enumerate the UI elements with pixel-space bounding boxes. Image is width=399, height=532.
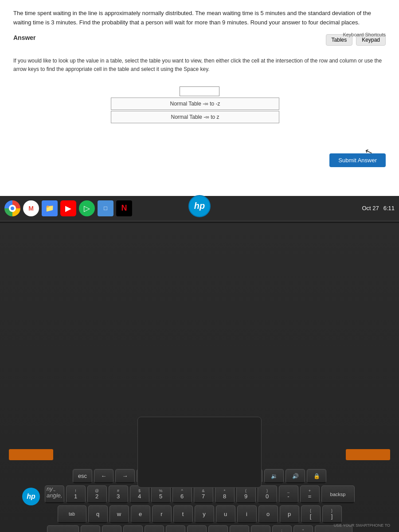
key-d[interactable]: d bbox=[123, 525, 143, 532]
key-4[interactable]: $4 bbox=[130, 485, 149, 503]
keyboard-shortcuts-text: Keyboard Shortcuts bbox=[343, 32, 386, 37]
trackpad[interactable] bbox=[137, 417, 262, 488]
key-6[interactable]: ^6 bbox=[172, 485, 192, 503]
taskbar-time: 6:11 bbox=[383, 205, 395, 211]
key-h[interactable]: h bbox=[187, 525, 207, 532]
number-row: ~` !1 @2 #3 $4 %5 ^6 &7 *8 (9 )0 _- += b… bbox=[13, 485, 386, 503]
key-vol-down[interactable]: 🔉 bbox=[264, 469, 284, 483]
key-o[interactable]: o bbox=[258, 505, 278, 523]
key-2[interactable]: @2 bbox=[87, 485, 107, 503]
key-3[interactable]: #3 bbox=[109, 485, 128, 503]
gmail-icon[interactable]: M bbox=[23, 200, 39, 216]
laptop-body: esc ← → C □ ◫ ○ ◇ 🔇 🔉 🔊 🔒 ~` !1 @2 #3 $4… bbox=[0, 223, 399, 532]
chrome-icon[interactable] bbox=[4, 200, 20, 216]
key-equals[interactable]: += bbox=[300, 485, 320, 503]
problem-text: The time spent waiting in the line is ap… bbox=[13, 9, 386, 27]
key-a[interactable]: a bbox=[81, 525, 100, 532]
key-j[interactable]: j bbox=[208, 525, 228, 532]
angle-label: ny angle, bbox=[47, 485, 62, 499]
key-k[interactable]: k bbox=[230, 525, 249, 532]
key-tab[interactable]: tab bbox=[58, 505, 86, 523]
table-options-section: Normal Table -∞ to -z Normal Table -∞ to… bbox=[111, 86, 288, 124]
key-9[interactable]: (9 bbox=[236, 485, 256, 503]
taskbar-center: hp bbox=[188, 200, 211, 217]
asdf-row: caps a s d f g h j k l :; "' enter bbox=[13, 525, 386, 532]
answer-label: Answer bbox=[13, 34, 36, 41]
hp-logo-bottom: hp ny angle, bbox=[22, 488, 40, 505]
key-minus[interactable]: _- bbox=[279, 485, 298, 503]
hp-text: hp bbox=[27, 493, 35, 501]
key-fwd[interactable]: → bbox=[115, 469, 135, 483]
key-e[interactable]: e bbox=[131, 505, 150, 523]
key-0[interactable]: )0 bbox=[258, 485, 277, 503]
netflix-icon[interactable]: N bbox=[116, 200, 132, 216]
hp-logo-taskbar[interactable]: hp bbox=[188, 195, 211, 217]
table-input-line bbox=[111, 86, 288, 96]
key-quote[interactable]: "' bbox=[293, 525, 313, 532]
key-t[interactable]: t bbox=[173, 505, 193, 523]
key-l[interactable]: l bbox=[251, 525, 270, 532]
youtube-icon[interactable]: ▶ bbox=[60, 200, 76, 216]
key-q[interactable]: q bbox=[88, 505, 108, 523]
key-w[interactable]: w bbox=[110, 505, 129, 523]
key-lbracket[interactable]: {[ bbox=[301, 505, 321, 523]
key-capslock[interactable]: caps bbox=[47, 525, 79, 532]
key-p[interactable]: p bbox=[280, 505, 299, 523]
key-i[interactable]: i bbox=[237, 505, 257, 523]
submit-answer-button[interactable]: Submit Answer bbox=[329, 153, 386, 167]
taskbar: M 📁 ▶ ▷ □ N hp Oct 27 6:11 bbox=[0, 196, 399, 220]
key-1[interactable]: !1 bbox=[66, 485, 86, 503]
key-s[interactable]: s bbox=[102, 525, 121, 532]
taskbar-date: Oct 27 bbox=[362, 205, 379, 211]
files-icon[interactable]: 📁 bbox=[42, 200, 58, 216]
table-option-1[interactable]: Normal Table -∞ to -z bbox=[111, 98, 279, 110]
key-f[interactable]: f bbox=[145, 525, 164, 532]
orange-accent-right bbox=[346, 449, 390, 460]
key-rbracket[interactable]: }] bbox=[322, 505, 342, 523]
taskbar-icons: M 📁 ▶ ▷ □ N bbox=[4, 200, 132, 216]
music-icon[interactable]: ▷ bbox=[79, 200, 95, 216]
info-box: If you would like to look up the value i… bbox=[13, 57, 386, 74]
key-u[interactable]: u bbox=[216, 505, 235, 523]
hp-circle-icon: hp bbox=[22, 488, 40, 505]
key-r[interactable]: r bbox=[152, 505, 172, 523]
laptop-screen: The time spent waiting in the line is ap… bbox=[0, 0, 399, 222]
key-vol-up[interactable]: 🔊 bbox=[286, 469, 305, 483]
qwerty-row: tab q w e r t y u i o p {[ }] bbox=[13, 505, 386, 523]
key-y[interactable]: y bbox=[195, 505, 214, 523]
blue-app-icon[interactable]: □ bbox=[98, 200, 113, 216]
browser-content: The time spent waiting in the line is ap… bbox=[0, 0, 399, 196]
table-option-2[interactable]: Normal Table -∞ to z bbox=[111, 111, 279, 123]
key-5[interactable]: %5 bbox=[151, 485, 171, 503]
hp-logo-text: hp bbox=[194, 201, 205, 211]
taskbar-right: Oct 27 6:11 bbox=[362, 205, 395, 211]
key-backspace[interactable]: backsp bbox=[321, 485, 355, 503]
info-text: If you would like to look up the value i… bbox=[13, 57, 386, 74]
key-semicolon[interactable]: :; bbox=[272, 525, 292, 532]
table-value-input[interactable] bbox=[180, 86, 219, 96]
key-8[interactable]: *8 bbox=[215, 485, 235, 503]
key-esc[interactable]: esc bbox=[73, 469, 92, 483]
key-lock[interactable]: 🔒 bbox=[307, 469, 326, 483]
smartphone-text: USE YOUR SMARTPHONE TO bbox=[334, 523, 390, 528]
key-7[interactable]: &7 bbox=[194, 485, 213, 503]
orange-accent-left bbox=[9, 449, 53, 460]
answer-section: Answer Tables Keypad bbox=[13, 34, 386, 46]
key-back[interactable]: ← bbox=[94, 469, 113, 483]
key-g[interactable]: g bbox=[166, 525, 185, 532]
